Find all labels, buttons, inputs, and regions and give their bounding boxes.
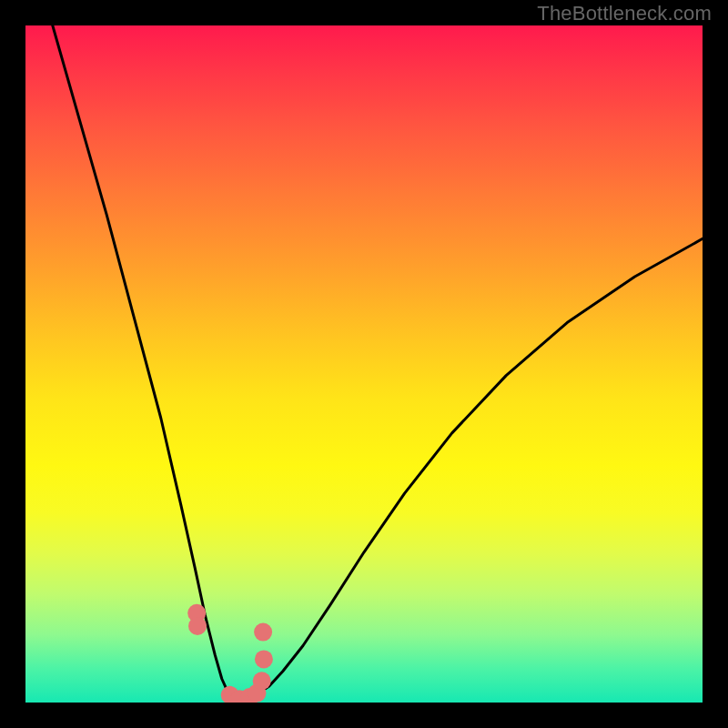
chart-container: TheBottleneck.com (0, 0, 728, 728)
marker-point (253, 672, 271, 690)
bottleneck-curve (53, 25, 703, 699)
marker-point (188, 617, 207, 635)
plot-area (25, 25, 703, 703)
marker-point (254, 623, 272, 642)
marker-point (255, 650, 273, 668)
watermark-text: TheBottleneck.com (537, 2, 712, 25)
marker-points-group (187, 604, 273, 703)
chart-svg (25, 25, 703, 703)
